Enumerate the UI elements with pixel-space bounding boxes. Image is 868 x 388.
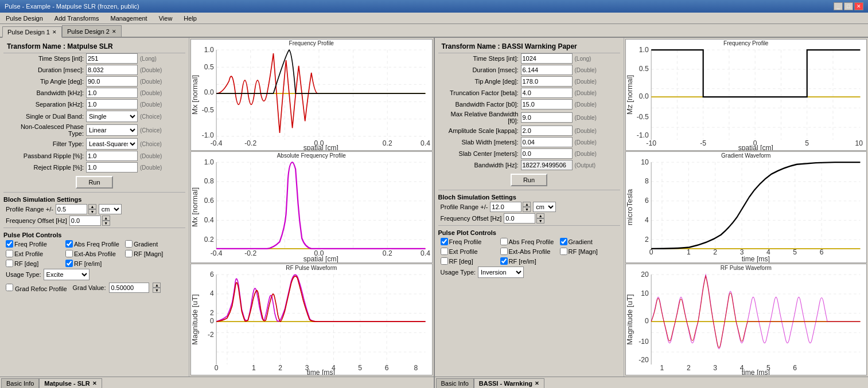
tab-close-1[interactable]: ✕ — [52, 29, 57, 35]
pane1-field-label-5: Single or Dual Band: — [6, 113, 86, 120]
pane1-freq-up[interactable]: ▲ — [102, 215, 110, 221]
pane2-field-type-1: (Double) — [575, 67, 606, 73]
pane1-field-input-4[interactable] — [86, 99, 138, 109]
pane1-profile-down[interactable]: ▼ — [88, 209, 96, 214]
pane1-freq-spinner[interactable]: ▲ ▼ — [102, 215, 110, 226]
pane1-profile-up[interactable]: ▲ — [88, 204, 96, 209]
pane2-rf-svg: 20 10 0 -10 -20 1 2 3 4 5 6 time [ms] Ma… — [626, 264, 867, 375]
svg-text:0.5: 0.5 — [204, 62, 214, 71]
pane2-check-abs[interactable]: Abs Freq Profile — [500, 238, 558, 245]
pane2-profile-range-input[interactable] — [490, 202, 521, 212]
pane2-freq-up[interactable]: ▲ — [536, 213, 544, 218]
pane2-check-extabs[interactable]: Ext-Abs Profile — [500, 248, 558, 255]
pane2-freq-offset-input[interactable] — [504, 213, 535, 224]
pane1-check-ext[interactable]: Ext Profile — [6, 250, 63, 257]
pane2-check-freq[interactable]: Freq Profile — [441, 238, 498, 245]
pane2-run-button[interactable]: Run — [511, 174, 547, 186]
svg-text:spatial [cm]: spatial [cm] — [303, 254, 338, 262]
pane1-profile-range-input[interactable] — [56, 204, 87, 214]
svg-text:5: 5 — [805, 138, 809, 147]
pane2-field-input-4[interactable] — [521, 99, 573, 109]
pane2-grad-svg: 10 8 6 4 2 0 1 2 3 4 5 6 time [ms] micro… — [626, 152, 867, 262]
pane1-btab-close[interactable]: ✕ — [92, 381, 97, 386]
pane1-check-gradient[interactable]: Gradient — [125, 240, 182, 248]
pane2-field-input-5[interactable] — [521, 112, 573, 123]
pane2-check-rfdeg[interactable]: RF [deg] — [441, 257, 498, 265]
pane2-check-ext[interactable]: Ext Profile — [441, 248, 498, 255]
maximize-button[interactable]: □ — [844, 2, 853, 10]
pane2-btab-close[interactable]: ✕ — [535, 381, 539, 386]
window-controls[interactable]: _ □ ✕ — [834, 2, 863, 10]
menu-add-transforms[interactable]: Add Transforms — [51, 14, 103, 23]
pane2-usage-select[interactable]: ExciteInversionRefocus — [478, 266, 524, 278]
pane2-freq-spinner[interactable]: ▲ ▼ — [536, 213, 544, 224]
pane2-field-input-1[interactable] — [521, 65, 573, 75]
menu-management[interactable]: Management — [107, 14, 150, 23]
minimize-button[interactable]: _ — [834, 2, 843, 10]
tab-pulse-design-2[interactable]: Pulse Design 2 ✕ — [62, 25, 122, 37]
pane1-field-input-6[interactable]: Linear — [86, 124, 138, 136]
pane2-field-input-6[interactable] — [521, 126, 573, 136]
pane2-freq-down[interactable]: ▼ — [536, 218, 544, 224]
pane2-field-input-8[interactable] — [521, 148, 573, 159]
pane1-usage-label: Usage Type: — [6, 271, 41, 278]
pane2-check-rfmagn[interactable]: RF [Magn] — [560, 248, 617, 255]
pane1-field-input-5[interactable]: Single — [86, 111, 138, 122]
pane1-btab-basic-info[interactable]: Basic Info — [1, 378, 39, 388]
pane1-freq-offset-input[interactable] — [69, 215, 101, 226]
pane1-run-button[interactable]: Run — [76, 176, 112, 189]
tab-close-2[interactable]: ✕ — [112, 29, 116, 34]
tab-pulse-design-1[interactable]: Pulse Design 1 ✕ — [2, 26, 62, 38]
pane1-profile-unit[interactable]: cmmm — [99, 204, 122, 214]
pane2-check-gradient[interactable]: Gradient — [560, 238, 617, 245]
menu-view[interactable]: View — [155, 14, 176, 23]
pane1-controls: Transform Name : Matpulse SLR Time Steps… — [0, 38, 189, 377]
pane1-freq-down[interactable]: ▼ — [102, 221, 110, 226]
pane2-field-input-0[interactable] — [521, 53, 573, 64]
menu-pulse-design[interactable]: Pulse Design — [2, 14, 46, 23]
pane2-btab-bassi[interactable]: BASSI - Warnking ✕ — [474, 378, 544, 388]
pane1-grad-value-input[interactable] — [109, 283, 149, 293]
pane1-field-input-7[interactable]: Least-Squares — [86, 138, 138, 150]
pane2-profile-down[interactable]: ▼ — [523, 207, 531, 212]
pane1-field-input-0[interactable] — [86, 53, 138, 64]
pane2-profile-up[interactable]: ▲ — [523, 202, 531, 207]
svg-text:10: 10 — [641, 289, 649, 298]
pane1-check-freq[interactable]: Freq Profile — [6, 240, 63, 248]
pane1-btab-matpulse[interactable]: Matpulse - SLR ✕ — [39, 378, 102, 388]
pane1-profile-spinner[interactable]: ▲ ▼ — [88, 204, 96, 214]
pane2-field-row-0: Time Steps [int]:(Long) — [438, 53, 620, 64]
pane1-grad-spinner[interactable]: ▲ ▼ — [153, 283, 161, 293]
pane2-freq-plot: Frequency Profile — [625, 39, 867, 151]
pane1-grad-down[interactable]: ▼ — [153, 288, 161, 293]
pane1-check-abs[interactable]: Abs Freq Profile — [65, 240, 123, 248]
pane-1: Transform Name : Matpulse SLR Time Steps… — [0, 38, 435, 388]
pane2-field-label-0: Time Steps [int]: — [441, 55, 521, 62]
pane1-check-rfdeg[interactable]: RF [deg] — [6, 260, 63, 267]
pane1-field-type-3: (Double) — [140, 90, 172, 96]
svg-text:Mz [normal]: Mz [normal] — [626, 75, 634, 115]
pane1-field-input-3[interactable] — [86, 88, 138, 98]
pane2-freq-svg: 1.0 0.5 0.0 -0.5 -1.0 -10 -5 0 5 10 spat… — [626, 40, 867, 150]
pane2-field-input-2[interactable] — [521, 76, 573, 87]
pane1-field-input-2[interactable] — [86, 76, 138, 87]
pane1-field-input-9[interactable] — [86, 162, 138, 173]
pane1-check-extabs[interactable]: Ext-Abs Profile — [65, 250, 123, 257]
pane1-field-input-1[interactable] — [86, 65, 138, 75]
pane2-field-input-3[interactable] — [521, 88, 573, 98]
pane1-field-input-8[interactable] — [86, 151, 138, 161]
pane1-field-label-7: Filter Type: — [6, 140, 86, 147]
svg-text:-10: -10 — [646, 138, 656, 147]
pane1-usage-select[interactable]: ExciteInversionRefocus — [44, 269, 89, 280]
pane2-profile-spinner[interactable]: ▲ ▼ — [523, 202, 531, 212]
pane2-btab-basic-info[interactable]: Basic Info — [436, 378, 474, 388]
pane1-grad-up[interactable]: ▲ — [153, 283, 161, 288]
pane2-field-input-7[interactable] — [521, 137, 573, 147]
pane1-check-rfmagn[interactable]: RF [Magn] — [125, 250, 182, 257]
menu-help[interactable]: Help — [180, 14, 200, 23]
close-button[interactable]: ✕ — [854, 2, 863, 10]
pane1-check-rfreim[interactable]: RF [re/im] — [65, 260, 123, 267]
pane2-check-rfreim[interactable]: RF [re/im] — [500, 257, 558, 265]
pane1-grad-refoc-check[interactable]: Grad Refoc Profile — [6, 284, 67, 292]
pane2-profile-unit[interactable]: cmmm — [533, 202, 556, 212]
